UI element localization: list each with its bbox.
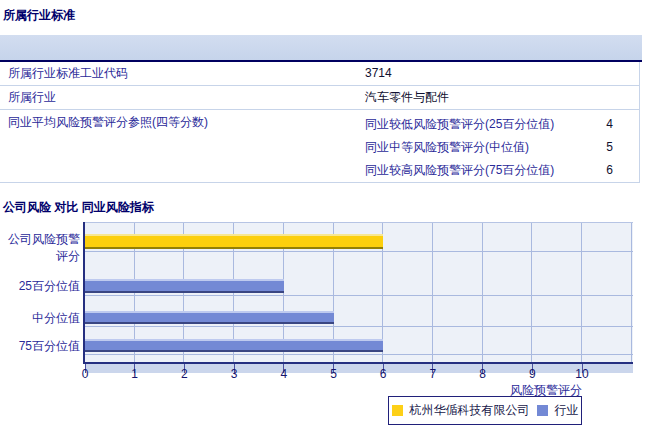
x-axis-tick-label: 2 — [174, 367, 194, 381]
chart-plot — [85, 222, 633, 363]
row-label-industry: 所属行业 — [8, 86, 56, 109]
x-axis-tick-label: 0 — [75, 367, 95, 381]
horizontal-gridline — [85, 354, 633, 355]
horizontal-gridline — [85, 295, 633, 296]
bar-industry-3 — [85, 339, 383, 352]
x-axis-tick-label: 10 — [572, 367, 592, 381]
peer-score-mid-row: 同业中等风险预警评分(中位值) 5 — [365, 136, 639, 159]
chart-legend: 杭州华偱科技有限公司 行业 — [388, 396, 582, 425]
table-header-band — [0, 35, 642, 62]
legend-industry-label: 行业 — [555, 402, 579, 419]
table-row-peer-scores: 同业平均风险预警评分参照(四等分数) 同业较低风险预警评分(25百分位值) 4 … — [0, 110, 640, 183]
bar-industry-2 — [85, 311, 334, 324]
y-category-label: 公司风险预警评分 — [2, 231, 80, 265]
peer-score-low-row: 同业较低风险预警评分(25百分位值) 4 — [365, 113, 639, 136]
horizontal-gridline — [85, 251, 633, 252]
x-axis-tick-label: 5 — [324, 367, 344, 381]
row-value-industry: 汽车零件与配件 — [365, 86, 449, 109]
peer-score-high-value: 6 — [606, 159, 613, 182]
table-row: 所属行业标准工业代码 3714 — [0, 62, 640, 86]
risk-report-page: 所属行业标准 所属行业标准工业代码 3714 所属行业 汽车零件与配件 同业平均… — [0, 0, 646, 436]
row-value-industry-code: 3714 — [365, 62, 392, 85]
y-category-label: 中分位值 — [0, 310, 80, 327]
legend-industry-swatch — [537, 405, 548, 416]
x-axis-tick-label: 6 — [373, 367, 393, 381]
row-label-industry-code: 所属行业标准工业代码 — [8, 62, 128, 85]
y-axis-line — [83, 222, 85, 364]
x-axis-tick-label: 1 — [125, 367, 145, 381]
peer-score-mid-label: 同业中等风险预警评分(中位值) — [365, 140, 529, 154]
horizontal-gridline — [85, 326, 633, 327]
table-row: 所属行业 汽车零件与配件 — [0, 86, 640, 110]
y-category-label: 25百分位值 — [0, 278, 80, 295]
x-axis-tick-label: 9 — [522, 367, 542, 381]
peer-score-high-label: 同业较高风险预警评分(75百分位值) — [365, 163, 554, 177]
legend-company-swatch — [392, 405, 403, 416]
peer-score-low-label: 同业较低风险预警评分(25百分位值) — [365, 117, 554, 131]
x-axis-tick-label: 3 — [224, 367, 244, 381]
x-axis-tick-label: 7 — [423, 367, 443, 381]
bar-company-0 — [85, 234, 383, 249]
x-axis-tick-band — [85, 362, 633, 373]
peer-score-high-row: 同业较高风险预警评分(75百分位值) 6 — [365, 159, 639, 182]
legend-company-label: 杭州华偱科技有限公司 — [410, 402, 530, 419]
industry-section-title: 所属行业标准 — [3, 7, 75, 24]
peer-score-mid-value: 5 — [606, 136, 613, 159]
chart-section-title: 公司风险 对比 同业风险指标 — [3, 199, 154, 216]
y-category-label: 75百分位值 — [0, 338, 80, 355]
row-label-peer-reference: 同业平均风险预警评分参照(四等分数) — [8, 110, 208, 135]
x-axis-tick-label: 4 — [274, 367, 294, 381]
x-axis-tick-label: 8 — [473, 367, 493, 381]
bar-industry-1 — [85, 279, 284, 293]
risk-comparison-chart: 公司风险预警评分 25百分位值 中分位值 75百分位值 012345678910… — [0, 220, 646, 436]
peer-score-low-value: 4 — [606, 113, 613, 136]
